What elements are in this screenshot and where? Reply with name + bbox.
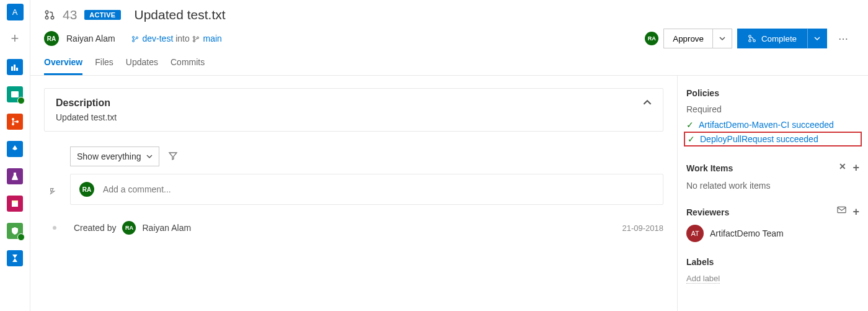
tab-updates[interactable]: Updates: [126, 57, 158, 75]
pr-number: 43: [63, 7, 77, 22]
created-by-label: Created by: [74, 223, 116, 233]
timeline-dot-icon: [53, 226, 56, 230]
svg-rect-7: [12, 202, 18, 207]
more-actions-button[interactable]: ⋯: [832, 29, 854, 48]
mail-icon[interactable]: [837, 205, 846, 219]
add-work-item-icon[interactable]: +: [852, 161, 859, 174]
svg-point-10: [45, 16, 48, 19]
chevron-down-icon: [146, 153, 153, 160]
check-icon: ✓: [686, 120, 694, 130]
into-label: into: [175, 34, 190, 43]
reviewer-name: ArtifactDemo Team: [710, 228, 784, 238]
nav-sidebar: A +: [0, 0, 30, 311]
nav-boards[interactable]: [7, 86, 23, 102]
add-label-link[interactable]: Add label: [686, 274, 720, 284]
show-filter-dropdown[interactable]: Show everything: [70, 146, 159, 166]
branch-icon: [192, 35, 200, 43]
complete-button-group: Complete: [737, 29, 827, 48]
policy-link[interactable]: DeployPullRequest succeeded: [700, 134, 818, 144]
svg-rect-3: [11, 91, 19, 97]
check-badge-icon: [17, 97, 25, 104]
flask-icon: [10, 171, 20, 181]
add-reviewer-icon[interactable]: +: [852, 205, 859, 219]
source-branch-link[interactable]: dev-test: [142, 34, 173, 43]
svg-point-12: [132, 37, 134, 38]
labels-heading: Labels: [686, 257, 859, 267]
creator-avatar: RA: [122, 221, 136, 235]
svg-point-18: [749, 35, 751, 38]
collapse-description-icon[interactable]: [643, 98, 652, 109]
tab-commits[interactable]: Commits: [170, 57, 205, 75]
svg-point-6: [16, 120, 19, 123]
svg-point-20: [753, 40, 756, 42]
timeline-toggle-icon[interactable]: [44, 183, 63, 196]
chevron-down-icon: [719, 35, 725, 42]
svg-point-11: [51, 16, 54, 19]
approve-button[interactable]: Approve: [663, 29, 712, 48]
pr-status-badge: ACTIVE: [84, 10, 120, 20]
nav-artifacts[interactable]: [7, 196, 23, 212]
pr-header: 43 ACTIVE Updated test.txt RA Raiyan Ala…: [30, 0, 868, 76]
merge-icon: [748, 34, 756, 43]
pr-tabs: Overview Files Updates Commits: [44, 57, 854, 75]
approve-button-group: Approve: [663, 29, 732, 48]
nav-dashboards[interactable]: [7, 59, 23, 75]
filter-icon[interactable]: [168, 151, 178, 163]
svg-rect-1: [14, 65, 16, 71]
chevron-down-icon: [814, 35, 820, 42]
main-pane: 43 ACTIVE Updated test.txt RA Raiyan Ala…: [30, 0, 868, 311]
target-branch-link[interactable]: main: [203, 34, 222, 43]
comment-input[interactable]: [103, 184, 654, 194]
approve-dropdown[interactable]: [712, 29, 732, 48]
svg-rect-0: [11, 66, 13, 71]
policy-item: ✓ ArtifactDemo-Maven-CI succeeded: [686, 118, 859, 132]
tab-files[interactable]: Files: [95, 57, 113, 75]
description-body: Updated test.txt: [56, 112, 652, 122]
check-badge-icon: [17, 233, 25, 241]
svg-point-13: [132, 40, 134, 42]
svg-rect-21: [838, 207, 846, 212]
add-new-icon[interactable]: +: [6, 29, 24, 48]
right-pane: Policies Required ✓ ArtifactDemo-Maven-C…: [677, 76, 868, 311]
svg-point-5: [12, 123, 14, 125]
author-name: Raiyan Alam: [66, 34, 115, 43]
close-icon[interactable]: ✕: [839, 161, 846, 174]
created-date: 21-09-2018: [622, 223, 664, 233]
comment-avatar: RA: [79, 182, 94, 197]
branch-icon: [131, 35, 139, 43]
hourglass-icon: [10, 253, 20, 263]
chart-icon: [10, 62, 20, 72]
policy-link[interactable]: ArtifactDemo-Maven-CI succeeded: [699, 120, 834, 130]
complete-button[interactable]: Complete: [737, 29, 807, 48]
reviewer-item[interactable]: AT ArtifactDemo Team: [686, 225, 859, 242]
description-heading: Description: [56, 97, 110, 109]
description-card: Description Updated test.txt: [44, 88, 663, 132]
reviewers-section: Reviewers + AT ArtifactDemo Team: [686, 205, 859, 242]
author-avatar[interactable]: RA: [44, 31, 59, 46]
nav-test-plans[interactable]: [7, 168, 23, 184]
tab-overview[interactable]: Overview: [44, 57, 82, 75]
package-icon: [10, 199, 20, 209]
svg-point-16: [193, 40, 195, 42]
svg-rect-8: [12, 201, 18, 202]
project-logo[interactable]: A: [7, 4, 24, 20]
repo-icon: [10, 117, 20, 127]
svg-point-15: [193, 37, 195, 38]
svg-point-19: [749, 40, 751, 42]
creator-name: Raiyan Alam: [142, 223, 191, 233]
nav-pipelines[interactable]: [7, 141, 23, 157]
pull-request-icon: [44, 9, 55, 20]
policies-section: Policies Required ✓ ArtifactDemo-Maven-C…: [686, 88, 859, 146]
nav-repos[interactable]: [7, 114, 23, 130]
reviewers-heading: Reviewers: [686, 207, 729, 217]
viewer-avatar[interactable]: RA: [645, 32, 658, 45]
complete-dropdown[interactable]: [807, 29, 827, 48]
overview-content: Description Updated test.txt Show everyt…: [30, 76, 677, 311]
policy-item: ✓ DeployPullRequest succeeded: [684, 132, 862, 146]
svg-point-9: [45, 11, 48, 14]
rocket-icon: [10, 144, 20, 154]
work-items-empty: No related work items: [686, 181, 859, 191]
nav-security[interactable]: [7, 223, 23, 239]
nav-extensions[interactable]: [7, 250, 23, 266]
svg-point-4: [12, 118, 14, 120]
